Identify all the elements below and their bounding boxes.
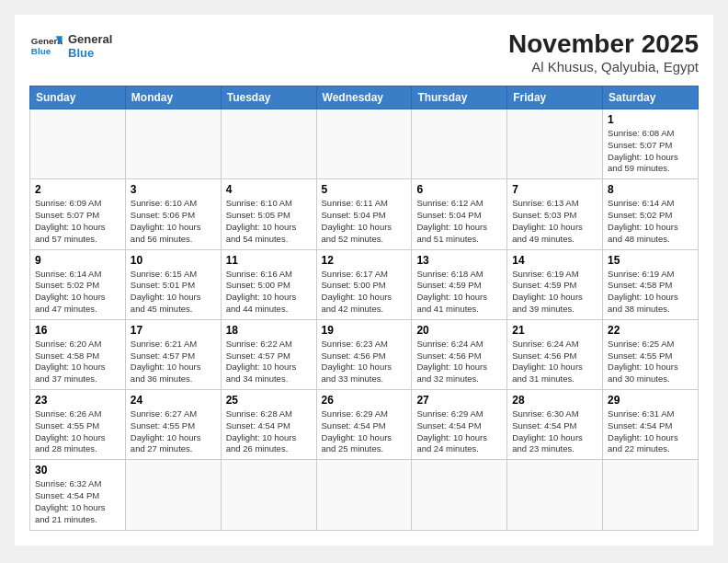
day-info: Sunrise: 6:29 AMSunset: 4:54 PMDaylight:…	[416, 408, 502, 455]
day-number: 1	[608, 113, 693, 126]
calendar-subtitle: Al Khusus, Qalyubia, Egypt	[508, 59, 699, 75]
day-info: Sunrise: 6:28 AMSunset: 4:54 PMDaylight:…	[226, 408, 312, 455]
week-row-3: 9Sunrise: 6:14 AMSunset: 5:02 PMDaylight…	[30, 249, 699, 319]
day-info: Sunrise: 6:24 AMSunset: 4:56 PMDaylight:…	[512, 339, 597, 385]
day-cell: 7Sunrise: 6:13 AMSunset: 5:03 PMDaylight…	[507, 179, 603, 249]
day-cell: 11Sunrise: 6:16 AMSunset: 5:00 PMDayligh…	[221, 249, 316, 319]
day-info: Sunrise: 6:21 AMSunset: 4:57 PMDaylight:…	[131, 339, 216, 385]
day-info: Sunrise: 6:12 AMSunset: 5:04 PMDaylight:…	[416, 198, 502, 245]
week-row-6: 30Sunrise: 6:32 AMSunset: 4:54 PMDayligh…	[30, 460, 699, 530]
day-info: Sunrise: 6:17 AMSunset: 5:00 PMDaylight:…	[322, 269, 407, 316]
day-cell: 6Sunrise: 6:12 AMSunset: 5:04 PMDaylight…	[412, 179, 507, 249]
day-number: 9	[35, 254, 120, 267]
day-info: Sunrise: 6:27 AMSunset: 4:55 PMDaylight:…	[131, 408, 216, 455]
day-info: Sunrise: 6:31 AMSunset: 4:54 PMDaylight:…	[608, 408, 693, 455]
header-row: SundayMondayTuesdayWednesdayThursdayFrid…	[30, 86, 699, 109]
day-info: Sunrise: 6:25 AMSunset: 4:55 PMDaylight:…	[608, 339, 693, 385]
calendar-page: General Blue General Blue November 2025 …	[15, 15, 713, 546]
day-cell: 18Sunrise: 6:22 AMSunset: 4:57 PMDayligh…	[221, 319, 316, 389]
day-info: Sunrise: 6:10 AMSunset: 5:05 PMDaylight:…	[226, 198, 312, 245]
day-number: 29	[608, 394, 693, 407]
day-number: 27	[416, 394, 502, 407]
day-info: Sunrise: 6:13 AMSunset: 5:03 PMDaylight:…	[512, 198, 597, 245]
day-info: Sunrise: 6:26 AMSunset: 4:55 PMDaylight:…	[35, 408, 120, 455]
week-row-5: 23Sunrise: 6:26 AMSunset: 4:55 PMDayligh…	[30, 390, 699, 460]
day-cell: 26Sunrise: 6:29 AMSunset: 4:54 PMDayligh…	[316, 390, 412, 460]
calendar-title: November 2025	[508, 29, 699, 59]
logo-general: General	[68, 32, 112, 46]
svg-text:Blue: Blue	[31, 46, 51, 56]
day-cell: 10Sunrise: 6:15 AMSunset: 5:01 PMDayligh…	[125, 249, 221, 319]
day-cell: 24Sunrise: 6:27 AMSunset: 4:55 PMDayligh…	[125, 390, 221, 460]
calendar-table: SundayMondayTuesdayWednesdayThursdayFrid…	[29, 86, 699, 531]
day-cell	[507, 109, 603, 179]
title-block: November 2025 Al Khusus, Qalyubia, Egypt	[508, 29, 699, 75]
day-number: 16	[35, 324, 120, 337]
day-cell: 22Sunrise: 6:25 AMSunset: 4:55 PMDayligh…	[603, 319, 699, 389]
day-cell: 15Sunrise: 6:19 AMSunset: 4:58 PMDayligh…	[603, 249, 699, 319]
day-cell: 23Sunrise: 6:26 AMSunset: 4:55 PMDayligh…	[30, 390, 126, 460]
day-info: Sunrise: 6:19 AMSunset: 4:59 PMDaylight:…	[512, 269, 597, 316]
day-info: Sunrise: 6:14 AMSunset: 5:02 PMDaylight:…	[35, 269, 120, 316]
day-info: Sunrise: 6:09 AMSunset: 5:07 PMDaylight:…	[35, 198, 120, 245]
day-info: Sunrise: 6:23 AMSunset: 4:56 PMDaylight:…	[322, 339, 407, 385]
logo-icon: General Blue	[29, 29, 63, 63]
day-number: 14	[512, 254, 597, 267]
day-number: 6	[416, 183, 502, 196]
day-number: 8	[608, 183, 693, 196]
day-info: Sunrise: 6:20 AMSunset: 4:58 PMDaylight:…	[35, 339, 120, 385]
week-row-2: 2Sunrise: 6:09 AMSunset: 5:07 PMDaylight…	[30, 179, 699, 249]
day-cell	[125, 460, 221, 530]
day-cell: 3Sunrise: 6:10 AMSunset: 5:06 PMDaylight…	[125, 179, 221, 249]
day-number: 18	[226, 324, 312, 337]
day-number: 30	[35, 464, 120, 477]
day-cell	[412, 109, 507, 179]
day-number: 28	[512, 394, 597, 407]
logo: General Blue General Blue	[29, 29, 112, 63]
day-cell: 21Sunrise: 6:24 AMSunset: 4:56 PMDayligh…	[507, 319, 603, 389]
day-info: Sunrise: 6:14 AMSunset: 5:02 PMDaylight:…	[608, 198, 693, 245]
day-number: 5	[322, 183, 407, 196]
logo-blue: Blue	[68, 46, 112, 60]
day-cell: 2Sunrise: 6:09 AMSunset: 5:07 PMDaylight…	[30, 179, 126, 249]
day-cell	[125, 109, 221, 179]
day-cell: 12Sunrise: 6:17 AMSunset: 5:00 PMDayligh…	[316, 249, 412, 319]
week-row-1: 1Sunrise: 6:08 AMSunset: 5:07 PMDaylight…	[30, 109, 699, 179]
day-number: 7	[512, 183, 597, 196]
day-cell: 13Sunrise: 6:18 AMSunset: 4:59 PMDayligh…	[412, 249, 507, 319]
day-cell	[412, 460, 507, 530]
day-cell	[221, 460, 316, 530]
day-cell: 17Sunrise: 6:21 AMSunset: 4:57 PMDayligh…	[125, 319, 221, 389]
day-number: 26	[322, 394, 407, 407]
day-cell	[316, 109, 412, 179]
day-cell: 30Sunrise: 6:32 AMSunset: 4:54 PMDayligh…	[30, 460, 126, 530]
day-cell	[316, 460, 412, 530]
day-cell: 4Sunrise: 6:10 AMSunset: 5:05 PMDaylight…	[221, 179, 316, 249]
day-number: 3	[131, 183, 216, 196]
header-cell-friday: Friday	[507, 86, 603, 109]
header-cell-saturday: Saturday	[603, 86, 699, 109]
day-info: Sunrise: 6:18 AMSunset: 4:59 PMDaylight:…	[416, 269, 502, 316]
day-number: 21	[512, 324, 597, 337]
day-cell	[30, 109, 126, 179]
header: General Blue General Blue November 2025 …	[29, 29, 699, 75]
day-number: 4	[226, 183, 312, 196]
day-number: 13	[416, 254, 502, 267]
day-cell: 28Sunrise: 6:30 AMSunset: 4:54 PMDayligh…	[507, 390, 603, 460]
day-cell: 20Sunrise: 6:24 AMSunset: 4:56 PMDayligh…	[412, 319, 507, 389]
day-info: Sunrise: 6:24 AMSunset: 4:56 PMDaylight:…	[416, 339, 502, 385]
day-number: 15	[608, 254, 693, 267]
day-cell: 1Sunrise: 6:08 AMSunset: 5:07 PMDaylight…	[603, 109, 699, 179]
day-info: Sunrise: 6:08 AMSunset: 5:07 PMDaylight:…	[608, 128, 693, 175]
day-number: 20	[416, 324, 502, 337]
day-cell	[603, 460, 699, 530]
day-cell: 29Sunrise: 6:31 AMSunset: 4:54 PMDayligh…	[603, 390, 699, 460]
day-cell: 8Sunrise: 6:14 AMSunset: 5:02 PMDaylight…	[603, 179, 699, 249]
day-number: 23	[35, 394, 120, 407]
day-info: Sunrise: 6:22 AMSunset: 4:57 PMDaylight:…	[226, 339, 312, 385]
day-info: Sunrise: 6:29 AMSunset: 4:54 PMDaylight:…	[322, 408, 407, 455]
day-number: 19	[322, 324, 407, 337]
day-info: Sunrise: 6:30 AMSunset: 4:54 PMDaylight:…	[512, 408, 597, 455]
day-info: Sunrise: 6:15 AMSunset: 5:01 PMDaylight:…	[131, 269, 216, 316]
day-number: 11	[226, 254, 312, 267]
